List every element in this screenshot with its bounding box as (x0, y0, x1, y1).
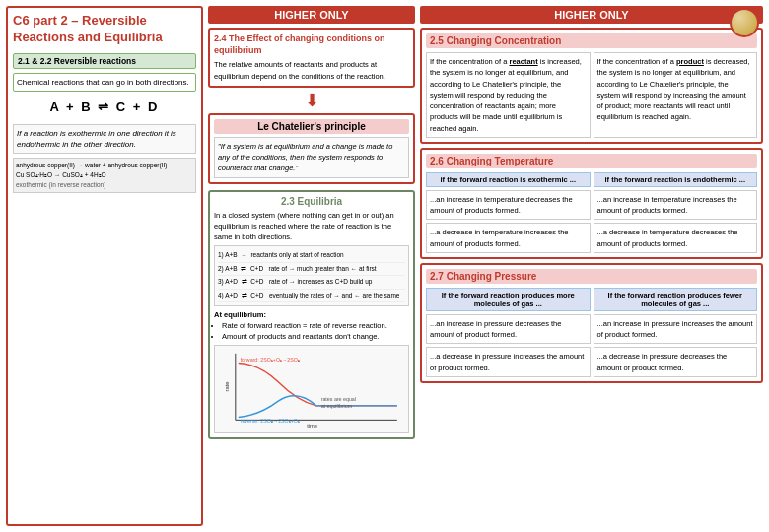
graph-area: rate time rates are equal at equilibrium… (214, 345, 409, 433)
logo-area (730, 8, 759, 37)
list-item-3: 3) A+D ⇌ C+D rate of → increases as C+D … (218, 276, 405, 289)
product-underline: product (676, 57, 704, 66)
temperature-section: 2.6 Changing Temperature if the forward … (420, 148, 763, 259)
equation-display: A + B ⇌ C + D (13, 96, 196, 118)
pressure-title: 2.7 Changing Pressure (426, 269, 757, 284)
list-item-4: 4) A+D ⇌ C+D eventually the rates of → a… (218, 290, 405, 302)
left-column: C6 part 2 – Reversible Reactions and Equ… (6, 6, 203, 526)
pressure-row2-col1: ...a decrease in pressure increases the … (426, 347, 591, 377)
concentration-title: 2.5 Changing Concentration (426, 33, 757, 48)
equilibria-intro: In a closed system (where nothing can ge… (214, 210, 409, 243)
reaction-line-3: exothermic (in reverse reaction) (16, 180, 193, 190)
bullet-2: Amount of products and reactants don't c… (222, 331, 409, 342)
main-title: C6 part 2 – Reversible Reactions and Equ… (13, 13, 196, 46)
bullet-1: Rate of forward reaction = rate of rever… (222, 320, 409, 331)
conc-cell-2: If the concentration of a product is dec… (594, 52, 758, 138)
chatelier-title: Le Chatelier's principle (214, 119, 409, 134)
svg-text:time: time (307, 423, 317, 429)
concentration-grid: If the concentration of a reactant is in… (426, 52, 757, 138)
middle-column: HIGHER ONLY 2.4 The Effect of changing c… (208, 6, 415, 526)
effect-title: 2.4 The Effect of changing conditions on… (214, 33, 409, 56)
right-column: HIGHER ONLY 2.5 Changing Concentration I… (420, 6, 763, 526)
temp-row1-col2: ...an increase in temperature increases … (594, 190, 758, 221)
effect-section: 2.4 The Effect of changing conditions on… (208, 28, 415, 88)
arrow-down-icon: ⬇ (208, 92, 415, 109)
pressure-col1-header: If the forward reaction produces more mo… (426, 288, 591, 311)
list-item-2: 2) A+B ⇌ C+D rate of → much greater than… (218, 263, 405, 276)
svg-text:reverse: 2SO₃→2SO₂+O₂: reverse: 2SO₃→2SO₂+O₂ (241, 418, 300, 424)
reaction-line-2: Cu SO₄·H₂O → CuSO₄ + 4H₂O (16, 170, 193, 180)
temp-col1-header: if the forward reaction is exothermic ..… (426, 172, 591, 187)
equilibria-title: 2.3 Equilibria (214, 196, 409, 207)
temp-row2-col1: ...a decrease in temperature increases t… (426, 223, 591, 253)
reaction-line-1: anhydrous copper(II) → water + anhydrous… (16, 161, 193, 170)
equilibria-section: 2.3 Equilibria In a closed system (where… (208, 190, 415, 439)
svg-text:at equilibrium: at equilibrium (321, 402, 353, 408)
at-equilibrium-strong: At equilibrium: (214, 310, 266, 319)
chatelier-box: Le Chatelier's principle "If a system is… (208, 113, 415, 184)
equilibrium-graph: rate time rates are equal at equilibrium… (218, 349, 405, 430)
temp-row1-col1: ...an increase in temperature decreases … (426, 190, 591, 221)
pressure-grid: If the forward reaction produces more mo… (426, 288, 757, 377)
list-item-1: 1) A+B → reactants only at start of reac… (218, 249, 405, 262)
pressure-section: 2.7 Changing Pressure If the forward rea… (420, 263, 763, 383)
concentration-section: 2.5 Changing Concentration If the concen… (420, 28, 763, 144)
reaction-diagram: anhydrous copper(II) → water + anhydrous… (13, 158, 196, 192)
higher-only-right-header: HIGHER ONLY (420, 6, 763, 24)
section-21-22-header: 2.1 & 2.2 Reversible reactions (13, 53, 196, 69)
effect-text: The relative amounts of reactants and pr… (214, 59, 409, 82)
at-equilibrium-label: At equilibrium: Rate of forward reaction… (214, 309, 409, 343)
svg-text:rate: rate (224, 381, 230, 391)
pressure-row2-col2: ...a decrease in pressure decreases the … (594, 347, 758, 377)
equilibria-list: 1) A+B → reactants only at start of reac… (214, 245, 409, 306)
temp-row2-col2: ...a decrease in temperature decreases t… (594, 223, 758, 253)
temp-col2-header: if the forward reaction is endothermic .… (594, 172, 758, 187)
svg-text:forward: 2SO₂+O₂→2SO₃: forward: 2SO₂+O₂→2SO₃ (241, 356, 300, 362)
pressure-row1-col2: ...an increase in pressure increases the… (594, 314, 758, 345)
temperature-title: 2.6 Changing Temperature (426, 154, 757, 168)
conc-cell-1: If the concentration of a reactant is in… (426, 52, 591, 138)
pressure-col2-header: If the forward reaction produces fewer m… (594, 288, 758, 311)
exothermic-note: If a reaction is exothermic in one direc… (13, 124, 196, 154)
higher-only-mid-header: HIGHER ONLY (208, 6, 415, 24)
equilibrium-bullets: Rate of forward reaction = rate of rever… (214, 320, 409, 343)
reversible-reactions-desc: Chemical reactions that can go in both d… (13, 73, 196, 92)
temperature-grid: if the forward reaction is exothermic ..… (426, 172, 757, 253)
school-logo (730, 8, 759, 37)
chatelier-quote: "If a system is at equilibrium and a cha… (214, 137, 409, 178)
svg-text:rates are equal: rates are equal (321, 396, 356, 402)
pressure-row1-col1: ...an increase in pressure decreases the… (426, 314, 591, 345)
reactant-underline: reactant (509, 57, 537, 66)
